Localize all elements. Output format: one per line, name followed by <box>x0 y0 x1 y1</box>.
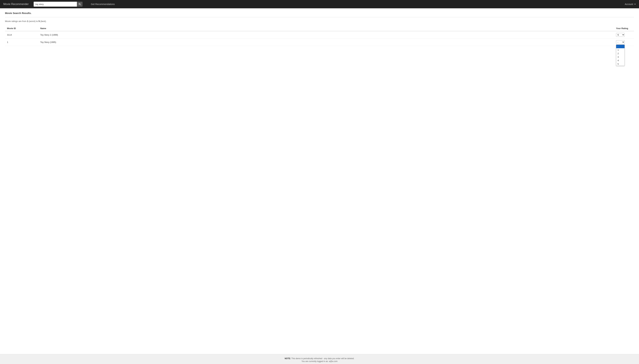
svg-line-1 <box>80 4 81 5</box>
rating-dropdown-container: - 1 2 3 4 5 - 1 2 3 4 <box>616 40 625 44</box>
col-header-movie-id: Movie ID <box>5 26 38 31</box>
table-row: 1 Toy Story (1995) - 1 2 3 4 5 <box>5 38 634 46</box>
nav-get-recommendations[interactable]: Get Recommendations <box>89 3 116 6</box>
svg-point-0 <box>79 3 80 5</box>
footer-note-label: NOTE: <box>285 357 291 360</box>
ratings-best-label: (best). <box>40 20 46 22</box>
chevron-down-icon <box>634 4 636 5</box>
account-label: Account <box>625 3 633 6</box>
dropdown-option-5[interactable]: 5 <box>616 62 624 66</box>
search-input[interactable] <box>34 2 77 7</box>
results-table: Movie ID Name Your Rating 3114 Toy Story… <box>5 26 634 46</box>
cell-movie-name: Toy Story (1995) <box>38 38 614 46</box>
search-form <box>34 2 82 7</box>
cell-movie-id: 3114 <box>5 31 38 38</box>
account-dropdown[interactable]: Account <box>625 3 636 6</box>
rating-select-0[interactable]: - 1 2 3 4 5 <box>616 33 625 37</box>
search-icon <box>78 3 81 5</box>
footer-note: NOTE: This demo is periodically refreshe… <box>3 357 636 360</box>
page-title: Movie Search Results. <box>5 12 634 14</box>
table-header: Movie ID Name Your Rating <box>5 26 634 31</box>
rating-select-1[interactable]: - 1 2 3 4 5 <box>616 40 625 44</box>
col-header-rating: Your Rating <box>614 26 634 31</box>
cell-movie-name: Toy Story 2 (1999) <box>38 31 614 38</box>
dropdown-open: - 1 2 3 4 5 <box>616 44 625 66</box>
cell-movie-rating: - 1 2 3 4 5 <box>614 31 634 38</box>
ratings-info: Movie ratings are from 1 (worst) to 5 (b… <box>5 20 634 22</box>
navbar-nav: Get Recommendations <box>89 3 116 6</box>
main-content: Movie Search Results. Movie ratings are … <box>0 8 639 354</box>
dropdown-option-3[interactable]: 3 <box>616 55 624 59</box>
app-brand: Movie Recommender <box>3 3 28 6</box>
navbar: Movie Recommender Get Recommendations Ac… <box>0 0 639 8</box>
table-header-row: Movie ID Name Your Rating <box>5 26 634 31</box>
footer: NOTE: This demo is periodically refreshe… <box>0 354 639 364</box>
ratings-worst-label: (worst) to <box>28 20 38 22</box>
table-row: 3114 Toy Story 2 (1999) - 1 2 3 4 5 <box>5 31 634 38</box>
navbar-right: Account <box>625 3 636 6</box>
dropdown-option-2[interactable]: 2 <box>616 52 624 55</box>
ratings-prefix: Movie ratings are from <box>5 20 27 22</box>
col-header-name: Name <box>38 26 614 31</box>
ratings-best: 5 <box>38 20 40 22</box>
cell-movie-id: 1 <box>5 38 38 46</box>
footer-logged-in: You are currently logged in as: a@a.com <box>3 360 636 362</box>
dropdown-option-4[interactable]: 4 <box>616 59 624 62</box>
footer-note-text: This demo is periodically refreshed - an… <box>291 357 354 360</box>
search-button[interactable] <box>77 2 82 7</box>
dropdown-option-1[interactable]: 1 <box>616 48 624 52</box>
table-body: 3114 Toy Story 2 (1999) - 1 2 3 4 5 1 To… <box>5 31 634 46</box>
cell-movie-rating-open: - 1 2 3 4 5 - 1 2 3 4 <box>614 38 634 46</box>
dropdown-option-dash[interactable]: - <box>616 45 624 48</box>
